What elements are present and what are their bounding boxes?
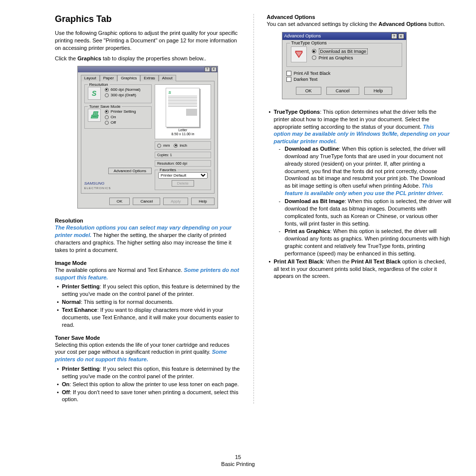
truetype-group: TrueType Options Download as Bit Image P…	[286, 43, 402, 67]
advanced-options-paragraph: You can set advanced settings by clickin…	[267, 20, 453, 28]
text: You can set advanced settings by clickin…	[267, 21, 379, 27]
dialog-titlebar: ? X	[78, 66, 218, 72]
term: Printer Setting	[62, 366, 100, 372]
text: tab to display the properties shown belo…	[101, 55, 206, 61]
dialog-titlebar: Advanced Options ? X	[282, 32, 406, 40]
term: TrueType Options	[274, 109, 320, 115]
tab-about[interactable]: About	[159, 75, 176, 81]
cancel-button[interactable]: Cancel	[133, 198, 160, 205]
close-window-button[interactable]: X	[398, 33, 404, 39]
text: The available options are Normal and Tex…	[55, 267, 184, 273]
apply-button[interactable]: Apply	[163, 198, 188, 205]
label: Download as Bit Image	[319, 48, 368, 54]
list-item: TrueType Options: This option determines…	[267, 108, 453, 257]
resolution-paragraph: The Resolution options you can select ma…	[55, 224, 240, 253]
tab-graphics[interactable]: Graphics	[117, 75, 140, 81]
text: : When the	[323, 258, 351, 264]
toner-icon: 🖶	[88, 109, 101, 122]
label: 600 dpi (Normal)	[111, 87, 141, 92]
advanced-options-button[interactable]: Advanced Options	[108, 168, 152, 174]
truetype-icon	[291, 46, 307, 62]
paper-size: 8.50 x 11.00 in	[171, 132, 194, 136]
term: Download as Bit Image	[285, 198, 345, 204]
section-name: Basic Printing	[0, 461, 476, 467]
label: 300 dpi (Draft)	[111, 93, 136, 97]
intro-paragraph-1: Use the following Graphic options to adj…	[55, 29, 240, 52]
preview-s: S	[168, 90, 197, 95]
ok-button[interactable]: OK	[296, 87, 321, 95]
label: Print All Text Black	[294, 71, 331, 76]
term: On	[62, 381, 69, 387]
graphics-dialog: ? X Layout Paper Graphics Extras About R…	[77, 66, 218, 209]
advanced-options-heading: Advanced Options	[267, 14, 453, 20]
label: mm	[163, 143, 170, 148]
label: Off	[111, 120, 116, 125]
legend: Resolution	[88, 82, 110, 87]
radio-inch[interactable]: inch	[174, 143, 187, 148]
term: Printer Setting	[62, 283, 100, 289]
resolution-heading: Resolution	[55, 218, 240, 224]
text: button.	[427, 21, 446, 27]
radio-off[interactable]: Off	[105, 120, 136, 125]
delete-button[interactable]: Delete	[172, 180, 194, 187]
image-mode-heading: Image Mode	[55, 260, 240, 266]
help-window-button[interactable]: ?	[391, 33, 397, 39]
term: Download as Outline	[285, 146, 339, 152]
term: Print as Graphics	[285, 228, 330, 234]
radio-print-as-graphics[interactable]: Print as Graphics	[312, 55, 368, 60]
term: Print All Text Black	[351, 258, 401, 264]
close-window-button[interactable]: X	[211, 67, 217, 72]
label: Printer Setting	[111, 109, 136, 114]
advanced-options-list: TrueType Options: This option determines…	[267, 108, 453, 280]
tab-layout[interactable]: Layout	[81, 75, 100, 81]
advanced-options-dialog: Advanced Options ? X TrueType Options Do…	[282, 32, 407, 99]
label: On	[111, 115, 116, 119]
label: Darken Text	[294, 77, 318, 82]
image-mode-paragraph: The available options are Normal and Tex…	[55, 266, 240, 281]
toner-save-paragraph: Selecting this option extends the life o…	[55, 341, 240, 364]
check-print-all-black[interactable]: Print All Text Black	[286, 71, 402, 76]
resolution-info: Resolution: 600 dpi	[155, 160, 211, 167]
cancel-button[interactable]: Cancel	[326, 87, 359, 95]
text: : If you don't need to save toner when p…	[62, 389, 238, 403]
list-item: Print All Text Black: When the Print All…	[267, 258, 453, 280]
radio-600dpi[interactable]: 600 dpi (Normal)	[105, 87, 141, 92]
graphics-word: Graphics	[77, 55, 101, 61]
text: Click the	[55, 55, 77, 61]
label: Print as Graphics	[319, 55, 353, 60]
favorites-group: Favorites Printer Default Delete	[155, 170, 211, 190]
legend: Toner Save Mode	[88, 104, 122, 109]
legend: Favorites	[158, 168, 178, 172]
label: inch	[180, 143, 187, 148]
tab-extras[interactable]: Extras	[140, 75, 159, 81]
tab-paper[interactable]: Paper	[100, 75, 117, 81]
radio-download-bit-image[interactable]: Download as Bit Image	[312, 48, 368, 54]
help-button[interactable]: Help	[191, 198, 214, 205]
radio-300dpi[interactable]: 300 dpi (Draft)	[105, 93, 141, 97]
page-footer: 15 Basic Printing	[0, 454, 476, 467]
help-button[interactable]: Help	[364, 87, 393, 95]
term: Off	[62, 389, 70, 395]
text: : This setting is for normal documents.	[81, 299, 174, 305]
radio-mm[interactable]: mm	[157, 143, 170, 148]
toner-save-list: Printer Setting: If you select this opti…	[55, 365, 240, 403]
check-darken-text[interactable]: Darken Text	[286, 77, 402, 82]
samsung-logo: SAMSUNGELECTRONICS	[84, 181, 152, 190]
paper-name: Letter	[178, 128, 187, 132]
favorites-select[interactable]: Printer Default	[158, 172, 208, 179]
radio-on[interactable]: On	[105, 115, 136, 119]
intro-paragraph-2: Click the Graphics tab to display the pr…	[55, 55, 240, 62]
copies-info: Copies: 1	[155, 152, 211, 158]
resolution-icon: S	[88, 87, 101, 100]
text: : Select this option to allow the printe…	[69, 381, 238, 387]
toner-save-group: Toner Save Mode 🖶 Printer Setting On Off	[84, 106, 152, 129]
text: Selecting this option extends the life o…	[55, 342, 230, 355]
ok-button[interactable]: OK	[109, 198, 130, 205]
page-number: 15	[0, 454, 476, 460]
term: Text Enhance	[62, 307, 97, 313]
help-window-button[interactable]: ?	[205, 67, 210, 72]
image-mode-list: Printer Setting: If you select this opti…	[55, 283, 240, 328]
dialog-tabs: Layout Paper Graphics Extras About	[78, 72, 218, 81]
radio-printer-setting[interactable]: Printer Setting	[105, 109, 136, 114]
term: Normal	[62, 299, 81, 305]
